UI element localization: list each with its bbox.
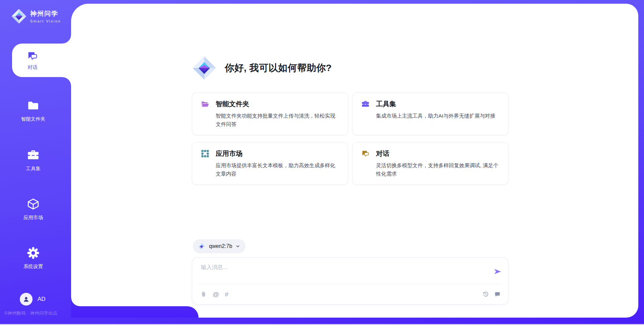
composer-toolbar: @ # [200, 284, 501, 304]
app-logo: 神州问学 Smart Vision [11, 8, 61, 24]
app-window: 神州问学 Smart Vision 对话 智能文件夹 [0, 0, 644, 325]
card-smart-folder[interactable]: 智能文件夹 智能文件夹功能支持批量文件上传与清洗，轻松实现文件问答 [192, 92, 348, 135]
app-subtitle: Smart Vision [30, 19, 61, 23]
toolbox-icon [361, 100, 370, 108]
message-input[interactable]: 输入消息... [201, 264, 489, 271]
attach-icon [200, 291, 207, 298]
cube-icon [27, 198, 40, 210]
sidebar-item-app-market[interactable]: 应用市场 [0, 198, 66, 221]
sidebar-item-chat[interactable]: 对话 [12, 44, 71, 77]
card-title: 对话 [376, 149, 389, 158]
card-description: 智能文件夹功能支持批量文件上传与清洗，轻松实现文件问答 [216, 112, 339, 128]
grid-icon [201, 149, 209, 158]
diamond-logo-icon [198, 243, 205, 250]
greeting: 你好, 我可以如何帮助你? [192, 56, 332, 80]
chat-bubbles-icon [27, 50, 38, 62]
chat-bubbles-icon [361, 149, 370, 158]
model-selector[interactable]: qwen2:7b [193, 239, 246, 253]
model-name: qwen2:7b [209, 243, 232, 249]
card-description: 应用市场提供丰富长文本模板，助力高效生成多样化文章内容 [216, 161, 339, 178]
app-name: 神州问学 [30, 9, 61, 18]
message-icon [494, 291, 501, 298]
card-chat[interactable]: 对话 灵活切换多模型文件，支持多样回复效果调试, 满足个性化需求 [352, 142, 508, 185]
sidebar-item-smart-folder[interactable]: 智能文件夹 [0, 99, 66, 122]
decorative-purple-bulge [71, 306, 199, 318]
person-icon [22, 295, 30, 303]
message-bubble-button[interactable] [494, 291, 501, 298]
gear-icon [27, 247, 40, 259]
send-icon [493, 267, 502, 276]
mention-icon[interactable]: @ [213, 291, 219, 298]
user-name: AD [38, 296, 46, 303]
avatar [20, 293, 33, 306]
decorative-fillet [71, 298, 80, 306]
folder-icon [27, 99, 40, 112]
card-description: 集成市场上主流工具，助力AI与外界无缝扩展与对接 [376, 112, 499, 120]
history-button[interactable] [482, 291, 489, 298]
sidebar-item-label: 对话 [28, 64, 38, 71]
attach-button[interactable] [200, 291, 207, 298]
history-icon [482, 291, 489, 298]
diamond-logo-icon [192, 56, 217, 80]
card-title: 智能文件夹 [216, 100, 249, 109]
sidebar-item-settings[interactable]: 系统设置 [0, 247, 66, 270]
sidebar-item-label: 系统设置 [0, 263, 66, 270]
sidebar-item-label: 智能文件夹 [0, 116, 66, 122]
card-title: 应用市场 [216, 149, 243, 158]
toolbox-icon [27, 149, 40, 161]
hash-icon[interactable]: # [225, 291, 228, 298]
user-account[interactable]: AD [20, 293, 46, 306]
sidebar-item-label: 应用市场 [0, 214, 66, 221]
sidebar-item-label: 工具集 [0, 166, 66, 172]
copyright-footer: ©神州数码 · 神州问学出品 [4, 310, 71, 316]
greeting-title: 你好, 我可以如何帮助你? [225, 62, 332, 74]
diamond-logo-icon [11, 8, 27, 24]
chevron-down-icon [235, 244, 240, 249]
send-button[interactable] [493, 267, 502, 276]
message-composer: 输入消息... @ # [192, 257, 508, 305]
folder-open-icon [201, 100, 209, 108]
feature-cards: 智能文件夹 智能文件夹功能支持批量文件上传与清洗，轻松实现文件问答 工具集 集成… [192, 92, 508, 185]
sidebar-item-toolset[interactable]: 工具集 [0, 149, 66, 172]
card-toolset[interactable]: 工具集 集成市场上主流工具，助力AI与外界无缝扩展与对接 [352, 92, 508, 135]
card-app-market[interactable]: 应用市场 应用市场提供丰富长文本模板，助力高效生成多样化文章内容 [192, 142, 348, 185]
card-title: 工具集 [376, 100, 396, 109]
card-description: 灵活切换多模型文件，支持多样回复效果调试, 满足个性化需求 [376, 161, 499, 178]
